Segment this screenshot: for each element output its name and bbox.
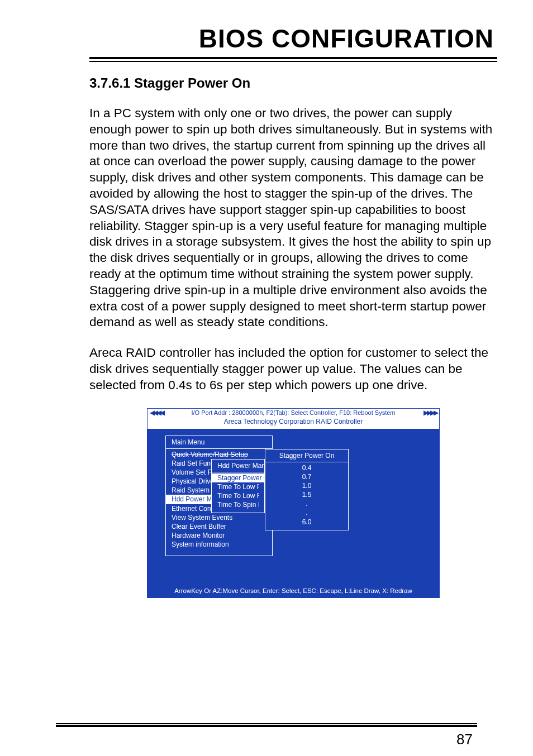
page: BIOS CONFIGURATION 3.7.6.1 Stagger Power… [0, 0, 533, 756]
footer-rules [56, 723, 477, 727]
menu-item[interactable]: . [271, 508, 342, 517]
menu-item[interactable]: Time To Spin Down Hdd [217, 500, 259, 509]
menu-item[interactable]: Hardware Monitor [172, 531, 266, 540]
bios-sub-bar: Areca Technology Corporation RAID Contro… [147, 417, 439, 429]
popup-menu: Stagger Power On 0.4 0.7 1.0 1.5 . . 6.0 [265, 449, 349, 530]
bios-foot-bar: ArrowKey Or AZ:Move Cursor, Enter: Selec… [147, 587, 439, 594]
sub-menu: Hdd Power Management Stagger Power On Ti… [211, 459, 265, 514]
menu-item[interactable]: 6.0 [271, 518, 342, 527]
bios-top-text: I/O Port Addr : 28000000h, F2(Tab): Sele… [191, 409, 395, 416]
popup-items: 0.4 0.7 1.0 1.5 . . 6.0 [265, 462, 348, 530]
sub-menu-title: Hdd Power Management [212, 460, 264, 472]
menu-item[interactable]: 1.5 [271, 490, 342, 499]
sub-menu-items: Stagger Power On Time To Low Power Idle … [212, 472, 264, 513]
section-heading: 3.7.6.1 Stagger Power On [89, 75, 497, 91]
menu-item[interactable]: Quick Volume/Raid Setup [172, 450, 266, 459]
bios-window: ◀◀◀◀ I/O Port Addr : 28000000h, F2(Tab):… [147, 408, 440, 598]
menu-item[interactable]: . [271, 499, 342, 508]
menu-item[interactable]: Clear Event Buffer [172, 522, 266, 531]
paragraph-2: Areca RAID controller has included the o… [89, 345, 497, 393]
arrow-right-icon: ▶▶▶▶ [423, 409, 437, 417]
main-menu-title: Main Menu [166, 436, 272, 449]
menu-item[interactable]: 1.0 [271, 481, 342, 490]
arrow-left-icon: ◀◀◀◀ [150, 409, 163, 417]
menu-item[interactable]: System information [172, 540, 266, 549]
menu-item[interactable]: View System Events [172, 513, 266, 522]
footer-rule-thick [56, 725, 477, 727]
popup-title: Stagger Power On [265, 449, 348, 462]
menu-item-selected[interactable]: Stagger Power On [212, 473, 264, 482]
menu-item[interactable]: 0.4 [271, 463, 342, 472]
chapter-title: BIOS CONFIGURATION [89, 23, 497, 59]
rule-under-title [89, 61, 497, 62]
menu-item[interactable]: Time To Low RPM Mode [217, 491, 259, 500]
bios-top-bar: ◀◀◀◀ I/O Port Addr : 28000000h, F2(Tab):… [147, 409, 439, 417]
paragraph-1: In a PC system with only one or two driv… [89, 106, 497, 331]
menu-item[interactable]: Time To Low Power Idle [217, 482, 259, 491]
bios-screenshot: ◀◀◀◀ I/O Port Addr : 28000000h, F2(Tab):… [89, 408, 497, 598]
bios-body: Main Menu Quick Volume/Raid Setup Raid S… [147, 429, 439, 597]
page-number: 87 [456, 731, 473, 748]
menu-item[interactable]: 0.7 [271, 472, 342, 481]
